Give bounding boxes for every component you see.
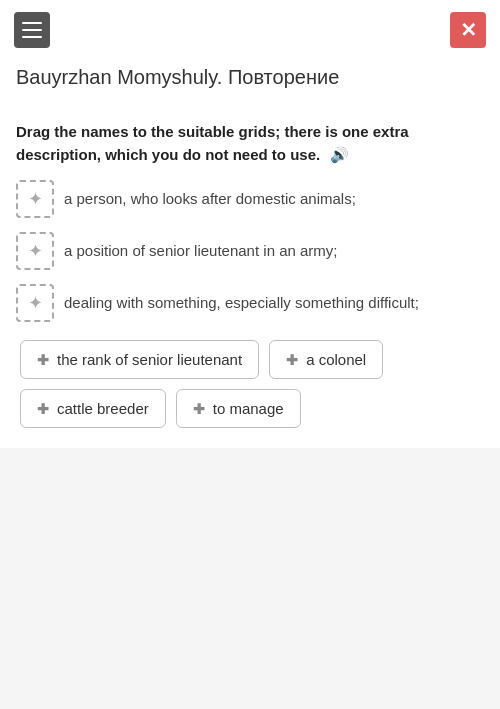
drag-icon-2: ✚	[286, 352, 298, 368]
page-title: Bauyrzhan Momyshuly. Повторение	[0, 60, 500, 105]
diamond-icon-1: ✦	[28, 188, 43, 210]
hamburger-button[interactable]	[14, 12, 50, 48]
drag-icon-3: ✚	[37, 401, 49, 417]
sound-icon[interactable]: 🔊	[330, 144, 349, 167]
drag-icon-1: ✚	[37, 352, 49, 368]
drag-chip-2[interactable]: ✚ a colonel	[269, 340, 383, 379]
drop-item-2: ✦ a position of senior lieutenant in an …	[16, 232, 484, 270]
draggables-area: ✚ the rank of senior lieutenant ✚ a colo…	[16, 340, 484, 428]
drag-chip-4[interactable]: ✚ to manage	[176, 389, 301, 428]
chip-label-2: a colonel	[306, 351, 366, 368]
drop-item-3: ✦ dealing with something, especially som…	[16, 284, 484, 322]
drop-zone-3[interactable]: ✦	[16, 284, 54, 322]
chip-label-3: cattle breeder	[57, 400, 149, 417]
top-bar: ✕	[0, 0, 500, 60]
drop-zone-1[interactable]: ✦	[16, 180, 54, 218]
drop-text-1: a person, who looks after domestic anima…	[64, 180, 356, 211]
drop-item-1: ✦ a person, who looks after domestic ani…	[16, 180, 484, 218]
drag-chip-3[interactable]: ✚ cattle breeder	[20, 389, 166, 428]
chip-label-1: the rank of senior lieutenant	[57, 351, 242, 368]
drop-text-3: dealing with something, especially somet…	[64, 284, 419, 315]
drag-icon-4: ✚	[193, 401, 205, 417]
instruction-text: Drag the names to the suitable grids; th…	[16, 121, 484, 166]
instruction-main: Drag the names to the suitable grids; th…	[16, 123, 409, 163]
close-button[interactable]: ✕	[450, 12, 486, 48]
content-area: Drag the names to the suitable grids; th…	[0, 105, 500, 448]
drop-zone-2[interactable]: ✦	[16, 232, 54, 270]
drop-text-2: a position of senior lieutenant in an ar…	[64, 232, 338, 263]
chip-label-4: to manage	[213, 400, 284, 417]
diamond-icon-2: ✦	[28, 240, 43, 262]
drag-chip-1[interactable]: ✚ the rank of senior lieutenant	[20, 340, 259, 379]
diamond-icon-3: ✦	[28, 292, 43, 314]
